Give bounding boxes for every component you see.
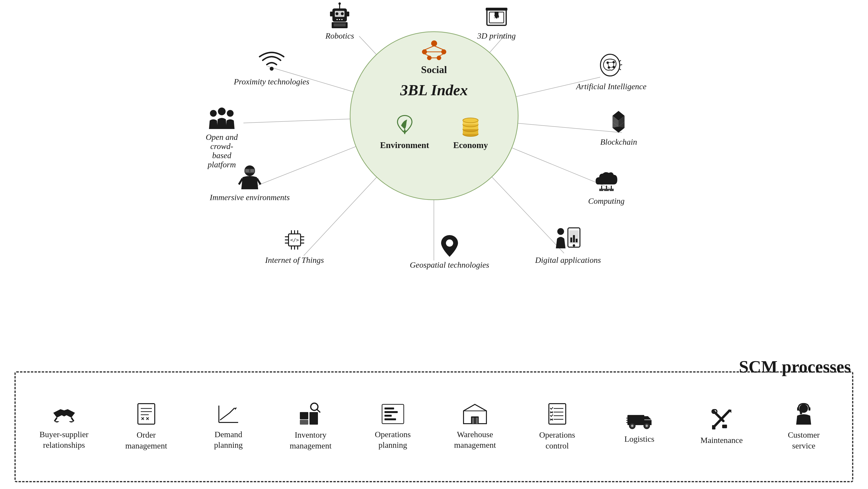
svg-point-20 bbox=[441, 50, 446, 54]
environment-label: Environment bbox=[380, 140, 429, 150]
social-label: Social bbox=[421, 64, 447, 75]
operations-control-icon bbox=[547, 402, 568, 425]
inventory-icon bbox=[299, 402, 323, 425]
ai-icon bbox=[598, 53, 624, 80]
digital-icon bbox=[555, 227, 581, 253]
opencrowd-label: Open and crowd-based platform bbox=[198, 133, 246, 169]
tech-node-computing: Computing bbox=[588, 167, 624, 206]
iot-label: Internet of Things bbox=[265, 255, 324, 265]
svg-rect-127 bbox=[384, 415, 392, 417]
scm-item-buyer-supplier: Buyer-supplierrelationships bbox=[28, 403, 100, 451]
svg-rect-38 bbox=[341, 19, 343, 20]
svg-rect-133 bbox=[475, 418, 478, 424]
customer-service-icon bbox=[792, 402, 815, 425]
svg-rect-120 bbox=[300, 420, 308, 425]
diagram-area: 3BL Index Environment bbox=[0, 0, 868, 381]
operations-planning-label: Operationsplanning bbox=[375, 429, 411, 451]
demand-planning-label: Demandplanning bbox=[214, 429, 243, 451]
robotics-label: Robotics bbox=[326, 31, 354, 40]
digital-label: Digital applications bbox=[535, 255, 601, 265]
computing-icon bbox=[593, 167, 620, 194]
svg-rect-134 bbox=[549, 404, 566, 424]
geospatial-icon bbox=[437, 234, 462, 258]
svg-rect-99 bbox=[250, 169, 254, 172]
scm-item-order-mgmt: Ordermanagement bbox=[110, 402, 183, 451]
svg-rect-124 bbox=[382, 404, 404, 424]
svg-line-23 bbox=[425, 46, 434, 50]
blockchain-label: Blockchain bbox=[600, 137, 637, 147]
proximity-icon bbox=[258, 51, 285, 75]
circle-icons: Environment Economy bbox=[380, 114, 488, 150]
scm-item-operations-control: Operationscontrol bbox=[521, 402, 593, 451]
order-mgmt-label: Ordermanagement bbox=[125, 430, 167, 451]
svg-point-149 bbox=[646, 425, 648, 427]
svg-point-34 bbox=[338, 2, 341, 5]
svg-line-59 bbox=[620, 65, 622, 65]
svg-point-32 bbox=[341, 12, 344, 15]
immersive-label: Immersive environments bbox=[210, 193, 290, 202]
svg-rect-132 bbox=[472, 418, 474, 424]
svg-rect-125 bbox=[384, 407, 394, 409]
tech-node-3dprinting: 3D 3D printing bbox=[477, 2, 516, 40]
social-icon bbox=[420, 37, 448, 61]
svg-rect-40 bbox=[346, 11, 349, 17]
inventory-label: Inventorymanagement bbox=[290, 430, 332, 451]
geospatial-label: Geospatial technologies bbox=[410, 261, 489, 270]
ai-label: Artificial Intelligence bbox=[576, 82, 647, 91]
proximity-label: Proximity technologies bbox=[234, 77, 309, 86]
tech-node-ai: Artificial Intelligence bbox=[576, 53, 647, 91]
svg-rect-39 bbox=[330, 11, 333, 17]
svg-marker-66 bbox=[613, 127, 624, 133]
warehouse-icon bbox=[462, 403, 488, 425]
environment-icon bbox=[393, 114, 417, 138]
scm-item-maintenance: Maintenance bbox=[685, 408, 758, 446]
svg-line-58 bbox=[619, 60, 621, 61]
tech-node-geospatial: Geospatial technologies bbox=[410, 234, 489, 270]
svg-rect-36 bbox=[337, 19, 338, 20]
iot-icon: </> bbox=[281, 227, 308, 253]
robotics-icon bbox=[327, 2, 353, 29]
scm-title: SCM processes bbox=[739, 357, 851, 377]
svg-point-81 bbox=[446, 239, 453, 247]
svg-rect-42 bbox=[334, 23, 346, 27]
maintenance-icon bbox=[710, 408, 733, 431]
svg-point-104 bbox=[227, 110, 234, 117]
svg-point-105 bbox=[270, 67, 274, 71]
order-mgmt-icon bbox=[135, 402, 157, 425]
tech-node-immersive: Immersive environments bbox=[210, 164, 290, 202]
svg-rect-98 bbox=[245, 169, 249, 172]
svg-line-26 bbox=[439, 54, 444, 56]
social-item: Social bbox=[420, 37, 448, 75]
svg-line-60 bbox=[619, 69, 621, 70]
tech-node-robotics: Robotics bbox=[326, 2, 354, 40]
svg-rect-126 bbox=[384, 411, 398, 413]
svg-point-19 bbox=[422, 50, 427, 54]
scm-item-customer-service: Customerservice bbox=[768, 402, 840, 451]
svg-rect-79 bbox=[576, 239, 578, 242]
svg-marker-118 bbox=[235, 407, 237, 410]
svg-point-76 bbox=[573, 244, 575, 247]
tech-node-opencrowd: Open and crowd-based platform bbox=[198, 106, 246, 169]
operations-control-label: Operationscontrol bbox=[539, 430, 575, 451]
printing3d-icon: 3D bbox=[483, 2, 510, 29]
scm-item-warehouse: Warehousemanagement bbox=[439, 403, 511, 451]
svg-rect-48 bbox=[486, 8, 507, 10]
printing3d-label: 3D printing bbox=[477, 31, 516, 40]
svg-point-102 bbox=[210, 110, 217, 117]
svg-point-31 bbox=[336, 12, 338, 15]
svg-line-107 bbox=[71, 418, 74, 421]
tech-node-digital: Digital applications bbox=[535, 227, 601, 265]
tech-node-proximity: Proximity technologies bbox=[234, 51, 309, 86]
svg-line-25 bbox=[425, 54, 429, 56]
maintenance-label: Maintenance bbox=[701, 435, 743, 446]
svg-text:</>: </> bbox=[290, 237, 299, 243]
buyer-supplier-label: Buyer-supplierrelationships bbox=[39, 429, 89, 451]
scm-item-logistics: Logistics bbox=[603, 409, 676, 445]
svg-rect-160 bbox=[808, 407, 810, 410]
svg-rect-78 bbox=[573, 235, 575, 242]
blockchain-icon bbox=[605, 109, 632, 135]
svg-rect-77 bbox=[570, 238, 572, 242]
environment-item: Environment bbox=[380, 114, 429, 150]
opencrowd-icon bbox=[209, 106, 235, 130]
svg-rect-128 bbox=[384, 418, 396, 420]
